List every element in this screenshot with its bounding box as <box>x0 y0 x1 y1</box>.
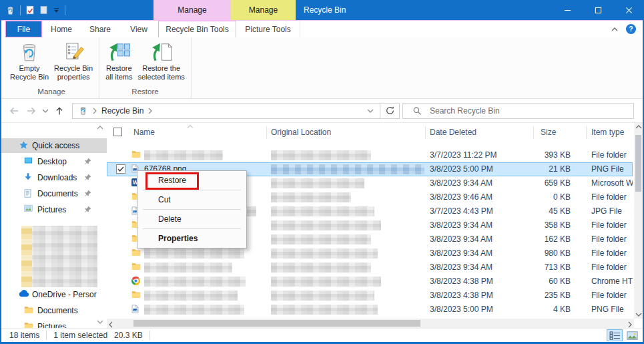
sidebar-item-documents[interactable]: Documents <box>1 186 107 201</box>
file-row[interactable]: 3/8/2023 9:34 AM713 KBFile folder <box>107 261 633 275</box>
sidebar-scroll-up-icon[interactable] <box>97 126 103 130</box>
tab-view[interactable]: View <box>119 21 158 37</box>
toolbar-separator <box>20 5 21 15</box>
breadcrumb-chevron-icon[interactable] <box>148 108 152 114</box>
item-type-cell: File folder <box>591 148 633 162</box>
file-row[interactable]: 3/8/2023 5:00 PM4 KBPNG File <box>107 303 633 317</box>
recycle-bin-properties-icon <box>62 39 85 64</box>
item-type-cell: JPG File <box>591 204 633 218</box>
context-menu-item-restore[interactable]: Restore <box>137 172 246 188</box>
file-row[interactable]: 3/8/2023 4:38 PM235 KBFile folder <box>107 289 633 303</box>
file-row[interactable]: 3/8/2023 4:38 PM60 KBChrome HT <box>107 275 633 289</box>
redacted-location <box>271 178 364 188</box>
help-icon[interactable]: ? <box>625 23 637 35</box>
sidebar-item-documents[interactable]: Documents <box>1 303 107 318</box>
row-checkbox-icon[interactable] <box>116 164 125 174</box>
context-menu-item-delete[interactable]: Delete <box>137 211 246 227</box>
back-icon[interactable] <box>5 104 23 118</box>
ribbon-group-manage: EmptyRecycle BinRecycle BinpropertiesMan… <box>4 37 99 98</box>
tab-share[interactable]: Share <box>81 21 119 37</box>
redacted-file-name <box>144 291 238 301</box>
sidebar-item-downloads[interactable]: Downloads <box>1 170 107 185</box>
forward-icon[interactable] <box>23 104 40 118</box>
contextual-tab-group-recycle-bin[interactable]: Manage <box>153 0 231 20</box>
scroll-down-icon[interactable] <box>635 313 642 317</box>
downloads-icon <box>23 172 33 182</box>
item-type-cell: File folder <box>591 190 633 204</box>
breadcrumb-chevron-icon[interactable] <box>93 108 97 114</box>
selection-size: 20.3 KB <box>114 331 143 340</box>
column-header-size[interactable]: Size <box>541 123 556 142</box>
column-header-item-type[interactable]: Item type <box>591 123 624 142</box>
tab-picture-tools[interactable]: Picture Tools <box>236 21 300 37</box>
search-input[interactable] <box>430 104 633 118</box>
item-type-cell: Chrome HT <box>591 275 633 289</box>
tab-recycle-bin-tools[interactable]: Recycle Bin Tools <box>158 21 236 37</box>
sidebar-item-desktop[interactable]: Desktop <box>1 154 107 169</box>
minimize-button[interactable] <box>552 0 583 20</box>
recent-locations-chevron-icon[interactable] <box>40 109 51 113</box>
pin-icon <box>84 158 91 165</box>
column-header-date-deleted[interactable]: Date Deleted <box>430 123 476 142</box>
pictures-icon <box>23 204 33 213</box>
context-menu-item-cut[interactable]: Cut <box>137 192 246 208</box>
vertical-scrollbar[interactable] <box>634 123 643 319</box>
folder-icon <box>23 305 34 315</box>
ribbon-button-restore-the-selected-items[interactable]: Restore theselected items <box>135 38 188 85</box>
maximize-button[interactable] <box>583 0 613 20</box>
menu-separator <box>143 209 241 210</box>
up-icon[interactable] <box>51 105 68 117</box>
properties-shortcut-icon[interactable] <box>25 5 35 15</box>
restore-all-items-icon <box>107 39 130 64</box>
ribbon-button-restore-all-items[interactable]: Restoreall items <box>103 38 135 85</box>
file-menu-button[interactable]: File <box>5 21 42 37</box>
horizontal-scrollbar[interactable] <box>107 319 634 328</box>
status-separator <box>46 331 47 340</box>
redacted-location <box>271 192 351 202</box>
sidebar-item-pictures[interactable]: Pictures <box>1 319 107 328</box>
sidebar-item-quick-access[interactable]: Quick access <box>1 138 107 153</box>
file-row[interactable]: 3/7/2023 11:22 PM393 KBFile folder <box>107 148 633 162</box>
close-button[interactable] <box>613 0 644 20</box>
vertical-scroll-thumb[interactable] <box>635 135 641 192</box>
ribbon-button-empty-recycle-bin[interactable]: EmptyRecycle Bin <box>7 38 51 85</box>
refresh-button[interactable] <box>380 103 400 119</box>
tab-home[interactable]: Home <box>42 21 81 37</box>
scroll-up-icon[interactable] <box>635 125 642 129</box>
restore-selected-items-icon <box>150 39 173 64</box>
sort-ascending-icon <box>187 125 194 128</box>
redacted-location <box>271 206 374 216</box>
address-box[interactable]: Recycle Bin <box>72 103 380 119</box>
context-menu-item-properties[interactable]: Properties <box>137 230 246 246</box>
menu-separator <box>143 228 241 229</box>
sidebar-item-label: Quick access <box>32 138 79 153</box>
new-item-icon[interactable] <box>39 5 48 15</box>
minimize-ribbon-chevron-icon[interactable] <box>611 27 618 31</box>
sidebar-item-pictures[interactable]: Pictures <box>1 202 107 217</box>
customize-toolbar-chevron-icon[interactable] <box>53 7 60 14</box>
sidebar-item-onedrive-persor[interactable]: OneDrive - Persor <box>1 287 107 302</box>
file-row[interactable]: 3/8/2023 9:34 AM980 KBFile folder <box>107 246 633 261</box>
address-dropdown-chevron-icon[interactable] <box>367 109 374 113</box>
size-cell: 659 KB <box>480 176 571 190</box>
large-icons-view-button[interactable] <box>624 329 640 341</box>
recycle-bin-icon[interactable] <box>5 5 15 15</box>
scroll-left-icon[interactable] <box>109 321 113 328</box>
select-all-checkbox[interactable] <box>113 128 122 136</box>
column-header-original-location[interactable]: Original Location <box>271 123 331 142</box>
scroll-right-icon[interactable] <box>628 321 632 328</box>
context-menu: RestoreCutDeleteProperties <box>137 170 247 248</box>
ribbon-group-buttons: EmptyRecycle BinRecycle Binproperties <box>7 38 95 85</box>
breadcrumb-location[interactable]: Recycle Bin <box>101 106 143 116</box>
window-border-left <box>0 20 1 342</box>
contextual-tab-group-picture[interactable]: Manage <box>231 0 296 20</box>
details-view-button[interactable] <box>607 329 623 341</box>
horizontal-scroll-thumb[interactable] <box>133 320 420 327</box>
toolbar-separator <box>65 5 65 15</box>
details-view-icon <box>609 331 621 340</box>
size-cell: 21 KB <box>480 162 571 176</box>
column-header-name[interactable]: Name <box>133 123 155 142</box>
item-type-cell: PNG File <box>591 162 633 176</box>
ribbon-button-recycle-bin-properties[interactable]: Recycle Binproperties <box>51 38 95 85</box>
ribbon-bar-right: ? <box>611 21 643 37</box>
